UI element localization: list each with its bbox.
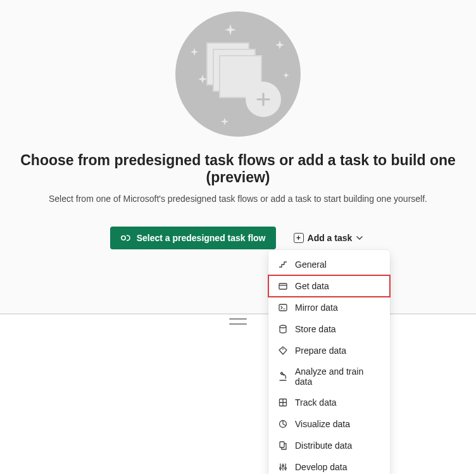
add-task-label: Add a task <box>308 233 353 243</box>
svg-point-0 <box>121 236 125 240</box>
menu-item-mirror-data[interactable]: Mirror data <box>268 297 390 318</box>
menu-item-label: Store data <box>295 324 336 334</box>
cylinder-icon <box>277 323 289 335</box>
distribute-icon <box>277 440 289 451</box>
sparkle-icon <box>221 118 229 125</box>
menu-item-label: General <box>295 259 327 270</box>
menu-item-get-data[interactable]: Get data <box>268 275 390 297</box>
menu-item-label: Mirror data <box>295 302 338 313</box>
menu-item-label: Track data <box>295 397 337 408</box>
menu-item-visualize-data[interactable]: Visualize data <box>268 413 390 435</box>
select-predesigned-label: Select a predesigned task flow <box>137 233 266 243</box>
folder-icon <box>277 280 289 292</box>
sparkle-icon <box>275 41 284 49</box>
menu-item-label: Visualize data <box>295 419 350 429</box>
menu-item-develop-data[interactable]: Develop data <box>268 456 390 474</box>
menu-item-store-data[interactable]: Store data <box>268 318 390 340</box>
resize-handle[interactable] <box>229 318 247 325</box>
menu-item-prepare-data[interactable]: Prepare data <box>268 340 390 361</box>
bottom-panel <box>0 315 476 474</box>
sparkle-icon <box>198 75 207 84</box>
page-title: Choose from predesigned task flows or ad… <box>0 152 476 186</box>
tag-icon <box>277 345 289 356</box>
grid-icon <box>277 397 289 408</box>
step-icon <box>277 259 289 270</box>
hero-illustration <box>175 11 301 137</box>
page-subtitle: Select from one of Microsoft's predesign… <box>0 194 476 204</box>
add-task-button[interactable]: + Add a task <box>291 227 366 249</box>
svg-point-4 <box>282 349 284 350</box>
menu-item-analyze-and-train-data[interactable]: Analyze and train data <box>268 361 390 392</box>
menu-item-label: Prepare data <box>295 346 346 356</box>
menu-item-label: Develop data <box>295 462 348 472</box>
mirror-icon <box>277 302 289 313</box>
select-predesigned-button[interactable]: Select a predesigned task flow <box>110 227 276 249</box>
sparkle-icon <box>191 48 198 56</box>
plus-square-icon: + <box>294 233 304 243</box>
svg-point-3 <box>280 325 286 328</box>
microscope-icon <box>277 371 289 382</box>
menu-item-label: Get data <box>295 281 329 291</box>
menu-item-distribute-data[interactable]: Distribute data <box>268 435 390 456</box>
menu-item-general[interactable]: General <box>268 254 390 275</box>
flow-icon <box>120 232 132 244</box>
add-task-dropdown: GeneralGet dataMirror dataStore dataPrep… <box>268 250 390 474</box>
pie-icon <box>277 418 289 430</box>
menu-item-track-data[interactable]: Track data <box>268 392 390 413</box>
svg-point-11 <box>285 468 287 470</box>
svg-rect-2 <box>279 304 287 311</box>
sparkle-icon <box>225 24 236 35</box>
plus-badge-icon <box>246 82 281 117</box>
chevron-down-icon <box>356 234 363 242</box>
svg-point-10 <box>282 465 284 467</box>
svg-rect-1 <box>279 284 287 289</box>
svg-rect-8 <box>280 442 284 447</box>
action-row: Select a predesigned task flow + Add a t… <box>0 227 476 249</box>
menu-item-label: Analyze and train data <box>295 366 381 387</box>
sparkle-icon <box>283 72 289 78</box>
menu-item-label: Distribute data <box>295 440 352 451</box>
svg-point-9 <box>280 468 282 470</box>
card-stack-illustration <box>206 42 265 101</box>
tools-icon <box>277 461 289 473</box>
empty-state-region: Choose from predesigned task flows or ad… <box>0 0 476 275</box>
